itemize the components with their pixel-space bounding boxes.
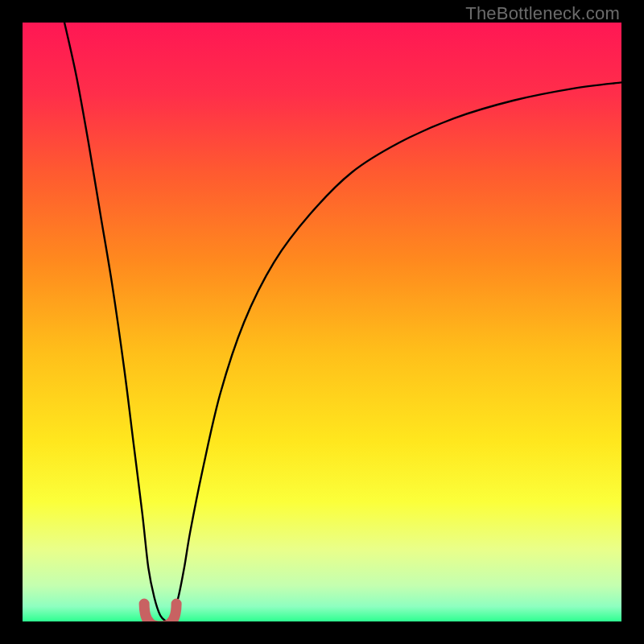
curves-layer: [23, 23, 621, 621]
watermark-text: TheBottleneck.com: [465, 3, 620, 24]
plot-area: [23, 23, 621, 621]
right-curve: [167, 82, 621, 621]
chart-frame: TheBottleneck.com: [0, 0, 644, 644]
left-curve: [64, 23, 166, 621]
min-marker: [144, 604, 176, 621]
